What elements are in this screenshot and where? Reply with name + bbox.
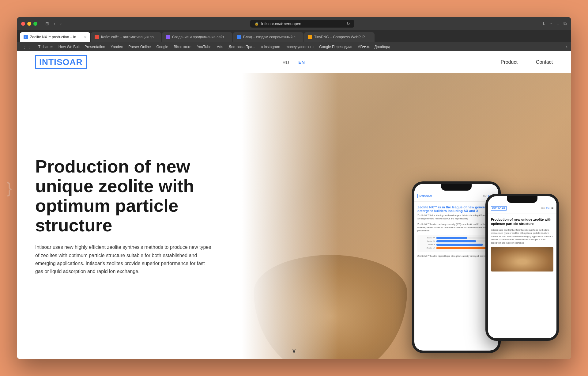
reload-icon[interactable]: ↻ — [347, 21, 350, 26]
scroll-down-arrow[interactable]: ∨ — [292, 347, 296, 355]
bookmark-yandex[interactable]: Yandex — [111, 45, 123, 49]
chart-label-1: Zeolite 4A — [420, 237, 435, 239]
tab-2[interactable]: Кейс: сайт – автоматизация про... — [91, 32, 161, 42]
bookmarks-bar: ⋮⋮ T charter How We Built ...Presentatio… — [17, 42, 571, 51]
phone-notch-back — [507, 196, 537, 203]
title-bar-right: ⬇ ↑ + ⧉ — [542, 21, 567, 26]
chart-bar-wrap-2 — [436, 240, 493, 242]
chart-row-3: Zeolite X — [420, 244, 493, 246]
phone-langs-back: RU EN — [541, 207, 549, 210]
chart-bar-wrap-4 — [436, 247, 493, 249]
bookmark-google[interactable]: Google — [156, 45, 168, 49]
tab-label-2: Кейс: сайт – автоматизация про... — [101, 35, 158, 39]
deco-bracket: } — [7, 179, 12, 197]
tab-favicon-2 — [95, 35, 99, 39]
phone-back-mockup: INTISOAR RU EN ≡ Production of new uniqu… — [485, 194, 559, 341]
phone-nav-front: INTISOAR RU EN ≡ — [414, 191, 498, 202]
phone-menu-icon-back: ≡ — [551, 206, 553, 211]
bookmarks-more[interactable]: › — [566, 44, 567, 49]
phone-content-back: Production of new unique zeolite with op… — [488, 214, 556, 274]
tab-active[interactable]: I Zeolite NX™ production – Intisoar... ✕ — [20, 32, 90, 42]
chart-row-1: Zeolite 4A — [420, 237, 493, 239]
tab-label-4: Влад – создам современный сай... — [243, 35, 300, 39]
url-text: intisoar.co/#menuopen — [261, 21, 301, 26]
bookmark-ads[interactable]: Ads — [217, 45, 223, 49]
bookmark-ad[interactable]: AD❤.ru – Дашборд — [358, 45, 390, 49]
phone-lang-ru-back: RU — [541, 207, 545, 210]
tab-label-3: Создание и продвижение сайта... — [172, 35, 229, 39]
sidebar-toggle-button[interactable]: ⊞ — [44, 21, 50, 27]
forward-button[interactable]: › — [59, 21, 63, 27]
bookmark-instagram[interactable]: в Instagram — [261, 45, 280, 49]
nav-product-link[interactable]: Product — [501, 59, 518, 65]
lock-icon: 🔒 — [254, 22, 259, 26]
phone-heading-back: Production of new unique zeolite with op… — [491, 218, 553, 226]
tab-favicon-3 — [166, 35, 170, 39]
browser-window: ⊞ ‹ › 🔒 intisoar.co/#menuopen ↻ ⬇ ↑ + ⧉ … — [17, 17, 571, 359]
hero-section: Production of new unique zeolite with op… — [17, 73, 571, 359]
new-tab-icon[interactable]: + — [556, 21, 559, 26]
hero-left-content: Production of new unique zeolite with op… — [17, 73, 338, 359]
phone-para-back: Intisoar uses new highly efficient zeoli… — [491, 229, 553, 245]
bookmark-parser[interactable]: Parser Online — [128, 45, 151, 49]
windows-icon[interactable]: ⧉ — [564, 21, 567, 26]
bookmark-vk[interactable]: ВКонтакте — [174, 45, 191, 49]
nav-contact-link[interactable]: Contact — [536, 59, 553, 65]
chart-row-4: Zeolite NX — [420, 247, 493, 249]
site-content: INTISOAR RU EN Product Contact Productio… — [17, 51, 571, 359]
site-navbar: INTISOAR RU EN Product Contact — [17, 51, 571, 73]
lang-ru-button[interactable]: RU — [282, 60, 289, 65]
tab-label-1: Zeolite NX™ production – Intisoar... — [30, 35, 81, 39]
phone-para-1: Zeolite NX™ is the latest generation det… — [417, 214, 495, 220]
chart-bar-3 — [436, 244, 483, 246]
site-logo[interactable]: INTISOAR — [35, 55, 87, 69]
bookmark-dostavka[interactable]: Доставка Пра... — [229, 45, 255, 49]
phone-lang-ru: RU — [483, 195, 487, 197]
phone-nav-back: INTISOAR RU EN ≡ — [488, 203, 556, 214]
address-bar[interactable]: 🔒 intisoar.co/#menuopen ↻ — [250, 20, 354, 28]
chart-bar-wrap-1 — [436, 237, 493, 239]
chart-row-2: Zeolite AX — [420, 240, 493, 242]
bookmark-money[interactable]: money.yandex.ru — [286, 45, 314, 49]
back-button[interactable]: ‹ — [53, 21, 57, 27]
bookmark-presentation[interactable]: How We Built ...Presentation — [58, 45, 105, 49]
tab-5[interactable]: TinyPNG – Compress WebP, PNG... — [304, 32, 375, 42]
phone-logo-front: INTISOAR — [417, 194, 433, 198]
maximize-button[interactable] — [33, 22, 37, 26]
phones-container: INTISOAR RU EN ≡ Zeolite NX™ is in the l… — [394, 73, 565, 359]
chart-bar-2 — [436, 240, 476, 242]
tabs-bar: I Zeolite NX™ production – Intisoar... ✕… — [17, 30, 571, 42]
apps-icon[interactable]: ⋮⋮ — [21, 43, 33, 50]
phone-lang-en-back: EN — [546, 207, 549, 210]
close-button[interactable] — [21, 22, 25, 26]
chart-bar-wrap-3 — [436, 244, 493, 246]
phone-notch-front — [441, 184, 472, 191]
tab-3[interactable]: Создание и продвижение сайта... — [162, 32, 232, 42]
phone-bowl-image — [491, 247, 553, 272]
download-icon[interactable]: ⬇ — [542, 21, 546, 26]
site-nav-center: RU EN — [87, 59, 501, 65]
tab-favicon-4 — [237, 35, 241, 39]
phone-chart: Zeolite 4A Zeolite AX — [417, 235, 495, 252]
tab-favicon-1: I — [24, 35, 28, 39]
bookmark-tcharter[interactable]: T charter — [38, 45, 53, 49]
phone-para-2: Zeolite NX™ has ion exchange capacity (I… — [417, 223, 495, 233]
tab-close-1[interactable]: ✕ — [84, 35, 87, 39]
traffic-lights — [21, 22, 37, 26]
share-icon[interactable]: ↑ — [550, 21, 552, 26]
chart-label-2: Zeolite AX — [420, 240, 435, 242]
minimize-button[interactable] — [27, 22, 31, 26]
phone-logo-back: INTISOAR — [491, 206, 507, 211]
chart-bar-1 — [436, 237, 467, 239]
nav-controls: ⊞ ‹ › — [44, 21, 63, 27]
tab-favicon-5 — [308, 35, 312, 39]
address-bar-area: 🔒 intisoar.co/#menuopen ↻ — [66, 20, 538, 28]
phone-heading-blue: Zeolite NX™ is in the league of new gene… — [417, 205, 495, 213]
title-bar: ⊞ ‹ › 🔒 intisoar.co/#menuopen ↻ ⬇ ↑ + ⧉ — [17, 17, 571, 30]
lang-en-button[interactable]: EN — [298, 59, 305, 65]
bookmark-translate[interactable]: Google Переводчик — [319, 45, 352, 49]
tab-4[interactable]: Влад – создам современный сай... — [233, 32, 303, 42]
bookmark-youtube[interactable]: YouTube — [197, 45, 211, 49]
chart-label-4: Zeolite NX — [420, 247, 435, 249]
site-nav-right: Product Contact — [501, 59, 553, 65]
